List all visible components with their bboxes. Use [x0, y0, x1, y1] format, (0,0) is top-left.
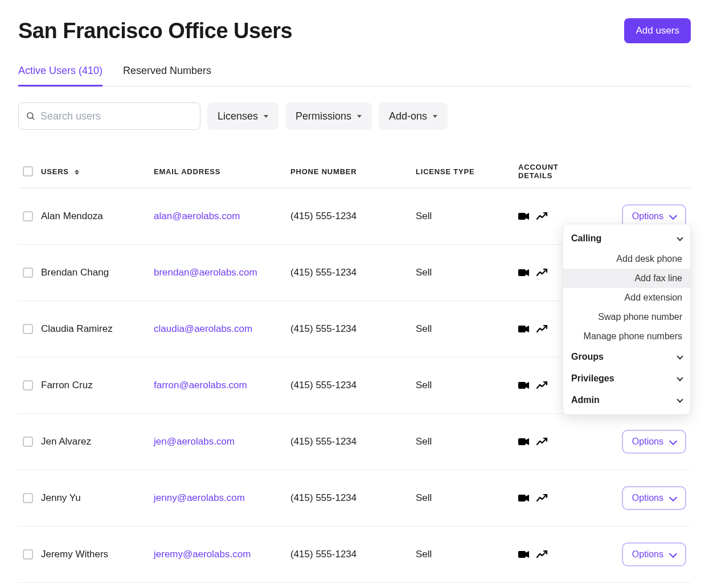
user-name: Claudia Ramirez — [41, 323, 113, 335]
user-email-link[interactable]: jenny@aerolabs.com — [154, 492, 245, 503]
svg-rect-3 — [518, 269, 526, 276]
search-field[interactable] — [18, 102, 200, 130]
row-checkbox[interactable] — [23, 549, 33, 560]
trend-icon — [536, 212, 548, 220]
user-phone: (415) 555-1234 — [286, 527, 411, 583]
svg-line-1 — [32, 117, 34, 120]
row-checkbox[interactable] — [23, 324, 33, 334]
column-header-account[interactable]: Account Details — [514, 155, 588, 188]
dropdown-section-admin-label: Admin — [571, 395, 600, 405]
options-label: Options — [632, 437, 663, 447]
chevron-down-icon — [677, 375, 683, 381]
dropdown-item[interactable]: Swap phone number — [563, 307, 690, 327]
filter-addons[interactable]: Add-ons — [379, 102, 448, 130]
user-email-link[interactable]: brendan@aerolabs.com — [154, 267, 257, 278]
dropdown-section-calling[interactable]: Calling — [563, 228, 690, 249]
video-icon — [518, 381, 530, 389]
user-name: Jenny Yu — [41, 492, 81, 504]
dropdown-section-privileges[interactable]: Privileges — [563, 368, 690, 389]
dropdown-item[interactable]: Add fax line — [563, 269, 690, 288]
column-header-users[interactable]: Users — [41, 167, 79, 176]
column-header-users-label: Users — [41, 167, 69, 176]
user-name: Brendan Chang — [41, 267, 109, 278]
user-license: Sell — [411, 357, 514, 414]
dropdown-section-privileges-label: Privileges — [571, 373, 614, 384]
sort-icon — [75, 170, 79, 175]
options-button[interactable]: Options — [622, 542, 686, 566]
tab-active-users[interactable]: Active Users (410) — [18, 59, 103, 87]
user-license: Sell — [411, 527, 514, 583]
dropdown-item[interactable]: Add extension — [563, 288, 690, 307]
table-row: Jenny Yujenny@aerolabs.com(415) 555-1234… — [18, 470, 691, 527]
trend-icon — [536, 381, 548, 389]
user-license: Sell — [411, 470, 514, 527]
table-row: Jen Alvarezjen@aerolabs.com(415) 555-123… — [18, 414, 691, 470]
user-email-link[interactable]: farron@aerolabs.com — [154, 380, 247, 390]
row-checkbox[interactable] — [23, 437, 33, 447]
filter-licenses[interactable]: Licenses — [207, 102, 278, 130]
user-name: Jeremy Withers — [41, 549, 108, 560]
user-license: Sell — [411, 188, 514, 245]
user-name: Farron Cruz — [41, 380, 93, 391]
chevron-down-icon — [677, 353, 683, 359]
table-row: Jeremy Withersjeremy@aerolabs.com(415) 5… — [18, 527, 691, 583]
chevron-down-icon — [669, 437, 677, 445]
add-users-button[interactable]: Add users — [624, 18, 691, 43]
user-email-link[interactable]: alan@aerolabs.com — [154, 211, 240, 221]
svg-point-0 — [27, 113, 33, 118]
filter-licenses-label: Licenses — [218, 110, 258, 122]
user-license: Sell — [411, 245, 514, 301]
options-button[interactable]: Options — [622, 430, 686, 454]
column-header-license[interactable]: License Type — [411, 155, 514, 188]
user-phone: (415) 555-1234 — [286, 245, 411, 301]
dropdown-section-groups-label: Groups — [571, 352, 604, 362]
user-phone: (415) 555-1234 — [286, 357, 411, 414]
row-checkbox[interactable] — [23, 211, 33, 221]
chevron-down-icon — [669, 549, 677, 557]
chevron-down-icon — [677, 396, 683, 402]
search-input[interactable] — [40, 110, 193, 122]
tab-reserved-numbers[interactable]: Reserved Numbers — [123, 59, 211, 87]
trend-icon — [536, 269, 548, 277]
select-all-checkbox[interactable] — [23, 166, 33, 176]
dropdown-section-groups[interactable]: Groups — [563, 346, 690, 368]
user-email-link[interactable]: jen@aerolabs.com — [154, 436, 235, 447]
options-button[interactable]: Options — [622, 486, 686, 510]
caret-down-icon — [357, 115, 362, 118]
svg-rect-6 — [518, 438, 526, 445]
row-checkbox[interactable] — [23, 268, 33, 278]
filter-permissions-label: Permissions — [296, 110, 351, 122]
tabs: Active Users (410) Reserved Numbers — [18, 59, 691, 87]
svg-rect-4 — [518, 326, 526, 332]
trend-icon — [536, 494, 548, 502]
search-icon — [26, 111, 36, 121]
svg-rect-7 — [518, 495, 526, 501]
trend-icon — [536, 325, 548, 333]
caret-down-icon — [433, 115, 437, 118]
row-checkbox[interactable] — [23, 493, 33, 503]
chevron-down-icon — [669, 493, 677, 501]
dropdown-section-admin[interactable]: Admin — [563, 389, 690, 411]
video-icon — [518, 212, 530, 220]
options-label: Options — [632, 211, 663, 221]
svg-rect-5 — [518, 382, 526, 389]
user-license: Sell — [411, 414, 514, 470]
user-email-link[interactable]: jeremy@aerolabs.com — [154, 549, 251, 560]
filter-permissions[interactable]: Permissions — [285, 102, 372, 130]
user-license: Sell — [411, 301, 514, 357]
trend-icon — [536, 550, 548, 558]
trend-icon — [536, 438, 548, 446]
row-checkbox[interactable] — [23, 380, 33, 390]
column-header-phone[interactable]: Phone Number — [286, 155, 411, 188]
video-icon — [518, 494, 530, 502]
options-label: Options — [632, 493, 663, 503]
user-phone: (415) 555-1234 — [286, 188, 411, 245]
options-label: Options — [632, 549, 663, 560]
user-phone: (415) 555-1234 — [286, 583, 411, 589]
user-email-link[interactable]: claudia@aerolabs.com — [154, 323, 252, 334]
dropdown-item[interactable]: Add desk phone — [563, 249, 690, 269]
column-header-email[interactable]: Email Address — [149, 155, 286, 188]
svg-rect-2 — [518, 213, 526, 220]
user-phone: (415) 555-1234 — [286, 470, 411, 527]
dropdown-item[interactable]: Manage phone numbers — [563, 327, 690, 346]
